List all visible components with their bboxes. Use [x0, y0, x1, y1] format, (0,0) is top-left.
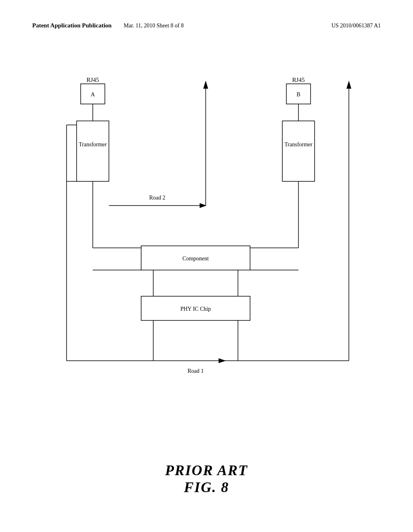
transformer-left-label: Transformer — [79, 141, 107, 148]
transformer-right-label: Transformer — [284, 141, 313, 148]
rj45-b-label: RJ45 — [292, 77, 305, 83]
header: Patent Application Publication Mar. 11, … — [0, 22, 413, 29]
caption-line1: PRIOR ART — [0, 462, 413, 479]
rj45-a-label: RJ45 — [87, 77, 99, 83]
caption-text: PRIOR ART FIG. 8 — [0, 462, 413, 496]
caption: PRIOR ART FIG. 8 — [0, 462, 413, 496]
diagram: text { font-family: 'Times New Roman', T… — [32, 62, 383, 397]
phy-label: PHY IC Chip — [180, 306, 211, 312]
header-patent-number: US 2010/0061387 A1 — [332, 23, 381, 29]
header-publication: Patent Application Publication — [32, 22, 112, 29]
svg-marker-27 — [219, 358, 226, 363]
svg-marker-13 — [203, 81, 208, 89]
svg-marker-3 — [346, 81, 351, 89]
box-b-label: B — [296, 91, 300, 98]
road1-label: Road 1 — [188, 368, 204, 374]
svg-rect-9 — [282, 121, 315, 181]
svg-rect-8 — [77, 121, 109, 181]
caption-line2: FIG. 8 — [0, 479, 413, 496]
box-a-label: A — [91, 91, 95, 98]
header-date-sheet: Mar. 11, 2010 Sheet 8 of 8 — [124, 23, 184, 29]
road2-label: Road 2 — [149, 195, 165, 201]
component-label: Component — [182, 256, 209, 262]
